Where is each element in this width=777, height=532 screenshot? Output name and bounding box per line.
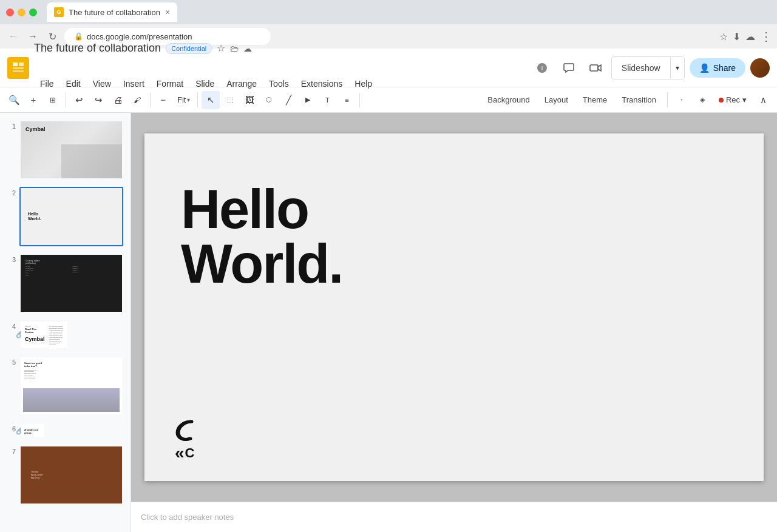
star-icon[interactable]: ☆ xyxy=(217,42,225,54)
speaker-notes-placeholder: Click to add speaker notes xyxy=(141,513,234,522)
maximize-button[interactable] xyxy=(29,8,37,16)
slide-item-2[interactable]: 2 HelloWorld. xyxy=(5,184,126,249)
shape-button[interactable]: ⬡ xyxy=(260,91,278,109)
menu-extensions[interactable]: Extensions xyxy=(295,55,348,93)
slide-number-3: 3 xyxy=(7,256,16,263)
slide-line-1: Hello xyxy=(181,179,308,240)
slide-number-5: 5 xyxy=(7,359,16,366)
thumb1-logo: Cymbal xyxy=(25,126,46,132)
menu-edit[interactable]: Edit xyxy=(60,55,87,93)
select-frame-button[interactable]: ⬚ xyxy=(221,91,239,109)
tab-title: The future of collaboration xyxy=(69,8,160,17)
slide-thumb-1: Cymbal xyxy=(19,120,123,180)
print-button[interactable]: 🖨 xyxy=(109,91,127,109)
slide-item-4[interactable]: 4 🔗 Headline Read ThisSection Cymbal xyxy=(5,318,126,351)
slideshow-button[interactable]: Slideshow xyxy=(612,57,670,79)
image-button[interactable]: 🖼 xyxy=(240,91,259,109)
app-title-area: The future of collaboration Confidential… xyxy=(34,42,378,93)
slideshow-button-group: Slideshow ▾ xyxy=(611,56,685,79)
menu-arrange[interactable]: Arrange xyxy=(220,55,263,93)
slide-thumb-3: Our story, a placeyou'll belong Job Titl… xyxy=(19,254,123,313)
cymbal-text-logo: «C xyxy=(175,443,211,463)
rec-dropdown-icon: ▾ xyxy=(742,95,747,104)
slide-number-1: 1 xyxy=(7,123,16,130)
undo-button[interactable]: ↩ xyxy=(70,91,88,109)
add-slide-button[interactable]: ⊞ xyxy=(44,91,62,109)
slide-number-2: 2 xyxy=(7,189,16,197)
zoom-in-button[interactable]: + xyxy=(24,91,42,109)
confidential-badge: Confidential xyxy=(166,43,212,54)
download-icon[interactable]: ⬇ xyxy=(733,31,741,42)
svg-rect-3 xyxy=(13,70,24,72)
bookmark-icon[interactable]: ☆ xyxy=(719,31,728,42)
slide-item-6[interactable]: 6 🔗 A family-rungroup. Cymbal is an Amer… xyxy=(5,420,126,440)
zoom-out-button[interactable]: − xyxy=(154,91,172,109)
slide-item-3[interactable]: 3 Our story, a placeyou'll belong Job Ti… xyxy=(5,251,126,315)
slide-number-4: 4 xyxy=(7,323,16,330)
background-button[interactable]: Background xyxy=(481,91,535,109)
minimize-button[interactable] xyxy=(18,8,25,16)
folder-icon[interactable]: 🗁 xyxy=(230,44,239,53)
thumb3-content: Our story, a placeyou'll belong Job Titl… xyxy=(23,257,120,279)
rec-button[interactable]: Rec ▾ xyxy=(714,91,752,109)
slide-item-5[interactable]: 5 Seem too goodto be true? Lorem ipsum d… xyxy=(5,354,126,418)
mask-button[interactable]: ◈ xyxy=(693,91,711,109)
chrome-menu-icon[interactable]: ⋮ xyxy=(760,29,772,44)
toolbar-right: Background Layout Theme Transition ⬞ ◈ R… xyxy=(481,91,772,109)
svg-rect-4 xyxy=(590,65,598,71)
svg-rect-2 xyxy=(13,67,24,69)
collapse-toolbar-button[interactable]: ∧ xyxy=(754,91,772,109)
close-button[interactable] xyxy=(6,8,14,16)
browser-tab[interactable]: G The future of collaboration × xyxy=(47,2,177,22)
slide-content: Hello World. xyxy=(144,133,379,340)
cloud-sync-icon[interactable]: ☁ xyxy=(243,44,252,53)
transition-button[interactable]: Transition xyxy=(616,91,662,109)
slideshow-dropdown-button[interactable]: ▾ xyxy=(671,57,684,79)
share-button[interactable]: 👤 Share xyxy=(690,58,745,78)
speaker-notes[interactable]: Click to add speaker notes xyxy=(131,502,777,532)
insert-image-button[interactable]: ⬞ xyxy=(673,91,691,109)
slide-main-text: Hello World. xyxy=(181,182,342,291)
video-button[interactable]: ▶ xyxy=(299,91,317,109)
rec-label: Rec xyxy=(726,95,740,104)
menu-tools[interactable]: Tools xyxy=(263,55,295,93)
tab-bar: G The future of collaboration × xyxy=(47,2,771,22)
search-button[interactable]: 🔍 xyxy=(5,91,23,109)
menu-format[interactable]: Format xyxy=(151,55,189,93)
thumb2-text: HelloWorld. xyxy=(28,212,41,221)
layout-button[interactable]: Layout xyxy=(538,91,574,109)
app-icon xyxy=(7,57,29,79)
select-tool-button[interactable]: ↖ xyxy=(202,91,220,109)
history-button[interactable] xyxy=(531,57,553,79)
browser-chrome: G The future of collaboration × xyxy=(0,0,777,24)
slide-item-1[interactable]: 1 Cymbal xyxy=(5,118,126,182)
menu-view[interactable]: View xyxy=(87,55,117,93)
tab-close-icon[interactable]: × xyxy=(165,7,170,17)
word-art-button[interactable]: ≡ xyxy=(338,91,356,109)
app-header: The future of collaboration Confidential… xyxy=(0,49,777,87)
slide-item-7[interactable]: 7 "It is ourfuture, betterthat of us." xyxy=(5,443,126,507)
share-label: Share xyxy=(713,63,736,73)
text-box-button[interactable]: T xyxy=(318,91,336,109)
zoom-control[interactable]: Fit ▾ xyxy=(174,95,194,104)
cloud-icon[interactable]: ☁ xyxy=(745,31,755,42)
user-avatar[interactable] xyxy=(750,58,770,78)
redo-button[interactable]: ↪ xyxy=(89,91,107,109)
slide-number-6: 6 xyxy=(7,425,16,433)
menu-insert[interactable]: Insert xyxy=(117,55,151,93)
back-button[interactable]: ← xyxy=(5,28,22,45)
title-row: The future of collaboration Confidential… xyxy=(34,42,378,55)
menu-file[interactable]: File xyxy=(34,55,60,93)
document-title[interactable]: The future of collaboration xyxy=(34,42,161,55)
theme-button[interactable]: Theme xyxy=(577,91,613,109)
line-button[interactable]: ╱ xyxy=(279,91,297,109)
paint-format-button[interactable]: 🖌 xyxy=(128,91,146,109)
slide-thumb-7: "It is ourfuture, betterthat of us." xyxy=(19,445,123,505)
slide-canvas[interactable]: Hello World. «C xyxy=(144,133,764,482)
comment-button[interactable] xyxy=(558,57,580,79)
camera-button[interactable] xyxy=(585,57,606,79)
main-area: 1 Cymbal 2 HelloWorld. xyxy=(0,113,777,532)
menu-help[interactable]: Help xyxy=(348,55,378,93)
canvas-scroll[interactable]: Hello World. «C xyxy=(131,113,777,502)
menu-slide[interactable]: Slide xyxy=(189,55,220,93)
